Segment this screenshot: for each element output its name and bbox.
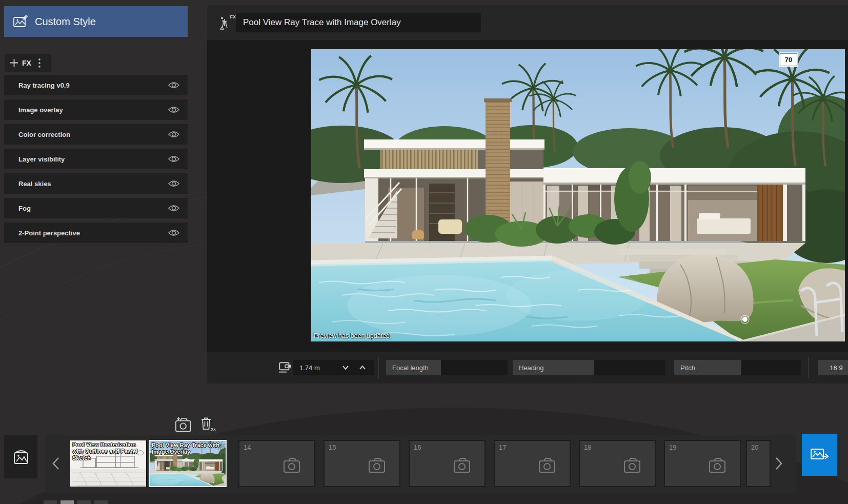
carousel-prev-button[interactable] bbox=[49, 454, 63, 473]
camera-outline-icon bbox=[624, 457, 641, 474]
empty-photo-slot[interactable]: 18 bbox=[579, 440, 656, 487]
preview-quality-badge[interactable]: 70 bbox=[780, 53, 797, 66]
pitch-label: Pitch bbox=[674, 360, 741, 375]
effect-label: Fog bbox=[18, 205, 31, 212]
effect-label: 2-Point perspective bbox=[18, 229, 80, 237]
effect-label: Image overlay bbox=[18, 106, 63, 114]
photo-stack-icon bbox=[12, 448, 30, 466]
divider bbox=[378, 357, 379, 378]
fx-icon-text: FX bbox=[230, 14, 236, 19]
pitch-input[interactable] bbox=[741, 360, 801, 375]
effect-label: Color correction bbox=[18, 131, 70, 138]
image-arrow-icon bbox=[811, 448, 829, 462]
camera-outline-icon bbox=[454, 457, 471, 474]
photo-thumbnail-sketch[interactable]: Pool View Rasterization with Outlines an… bbox=[70, 440, 147, 487]
effect-label: Real skies bbox=[18, 180, 51, 188]
eye-icon[interactable] bbox=[168, 106, 179, 114]
photo-thumbnail-selected[interactable]: Pool View Ray Trace with Image Overlay bbox=[149, 440, 227, 487]
eye-icon[interactable] bbox=[168, 155, 179, 163]
page-dot[interactable] bbox=[77, 500, 91, 504]
image-with-pen-icon bbox=[13, 15, 28, 28]
slot-number: 20 bbox=[751, 443, 758, 451]
camera-outline-icon bbox=[284, 457, 301, 474]
effect-row-2-point-perspective[interactable]: 2-Point perspective bbox=[4, 223, 188, 243]
chevron-right-icon bbox=[775, 457, 783, 470]
chevron-left-icon bbox=[52, 457, 60, 470]
empty-photo-slot[interactable]: 20 bbox=[746, 440, 771, 487]
empty-photo-slot[interactable]: 17 bbox=[494, 440, 571, 487]
effect-label: Ray tracing v0.9 bbox=[18, 82, 70, 89]
camera-outline-icon bbox=[709, 457, 726, 474]
photo-title-bar: FX bbox=[207, 5, 848, 40]
page-dot[interactable] bbox=[44, 500, 57, 504]
slot-number: 14 bbox=[244, 443, 251, 451]
photo-title-input[interactable] bbox=[236, 13, 481, 32]
divider bbox=[808, 357, 809, 378]
eye-icon[interactable] bbox=[168, 81, 179, 89]
camera-height-icon bbox=[278, 360, 292, 375]
camera-outline-icon bbox=[539, 457, 556, 474]
capture-photo-icon[interactable] bbox=[175, 415, 192, 433]
heading-label: Heading bbox=[513, 360, 594, 375]
capture-toolbar: 2× bbox=[171, 413, 217, 435]
strip-pagination bbox=[44, 500, 108, 504]
photo-carousel: Pool View Rasterization with Outlines an… bbox=[45, 435, 796, 493]
page-dot-active[interactable] bbox=[60, 500, 74, 504]
delete-2x-icon[interactable]: 2× bbox=[200, 417, 213, 431]
eye-icon[interactable] bbox=[168, 130, 179, 138]
thumbnail-label: Pool View Rasterization with Outlines an… bbox=[72, 441, 145, 461]
empty-photo-slot[interactable]: 19 bbox=[664, 440, 741, 487]
effect-row-real-skies[interactable]: Real skies bbox=[4, 173, 188, 194]
effect-row-layer-visibility[interactable]: Layer visibility bbox=[4, 149, 188, 169]
add-fx-icon[interactable] bbox=[10, 59, 18, 67]
camera-outline-icon bbox=[369, 457, 386, 474]
effect-row-ray-tracing[interactable]: Ray tracing v0.9 bbox=[4, 75, 188, 95]
custom-style-header[interactable]: Custom Style bbox=[4, 6, 188, 37]
page-dot[interactable] bbox=[94, 500, 108, 504]
empty-photo-slot[interactable]: 15 bbox=[324, 440, 400, 487]
effects-list: Ray tracing v0.9 Image overlay Color cor… bbox=[4, 75, 188, 243]
chevron-up-icon[interactable] bbox=[359, 364, 366, 371]
effect-row-image-overlay[interactable]: Image overlay bbox=[4, 99, 188, 120]
render-image[interactable] bbox=[311, 49, 845, 341]
style-panel-title: Custom Style bbox=[35, 16, 96, 28]
slot-number: 19 bbox=[669, 443, 676, 451]
heading-input[interactable] bbox=[594, 360, 665, 375]
photo-effects-icon: FX bbox=[218, 14, 236, 32]
slot-number: 15 bbox=[329, 443, 336, 451]
focal-length-label: Focal length bbox=[386, 360, 441, 375]
chevron-down-icon[interactable] bbox=[342, 364, 349, 371]
render-photo-button[interactable] bbox=[802, 434, 837, 476]
render-viewport[interactable]: 70 Preview has been updated. bbox=[207, 40, 848, 352]
empty-photo-slot[interactable]: 16 bbox=[409, 440, 486, 487]
thumbnail-label: Pool View Ray Trace with Image Overlay bbox=[152, 442, 224, 455]
carousel-next-button[interactable] bbox=[772, 454, 785, 473]
preview-status-message: Preview has been updated. bbox=[314, 332, 392, 339]
slot-number: 18 bbox=[584, 443, 591, 451]
focal-length-input[interactable] bbox=[441, 360, 508, 375]
camera-height-value: 1.74 m bbox=[299, 364, 320, 372]
eye-icon[interactable] bbox=[168, 204, 179, 212]
delete-2x-badge: 2× bbox=[211, 427, 216, 432]
camera-height-field[interactable]: 1.74 m bbox=[293, 360, 374, 375]
aspect-ratio-badge[interactable]: 16:9 bbox=[818, 360, 848, 375]
fx-toolbar-label[interactable]: FX bbox=[22, 59, 31, 67]
fx-toolbar: FX bbox=[5, 54, 51, 72]
camera-bar: 1.74 m Focal length Heading Pitch 16:9 bbox=[207, 352, 848, 384]
empty-photo-slot[interactable]: 14 bbox=[238, 440, 315, 487]
effect-row-fog[interactable]: Fog bbox=[4, 198, 188, 218]
kebab-menu-icon[interactable] bbox=[38, 58, 41, 68]
effect-row-color-correction[interactable]: Color correction bbox=[4, 124, 188, 145]
eye-icon[interactable] bbox=[168, 229, 179, 237]
effect-label: Layer visibility bbox=[18, 155, 65, 163]
application-window: Custom Style FX Ray tracing v0.9 Image o… bbox=[0, 0, 848, 504]
photo-library-button[interactable] bbox=[4, 435, 37, 478]
main-panel: FX 70 Preview has been updated. 1.74 m bbox=[207, 5, 848, 384]
eye-icon[interactable] bbox=[168, 179, 179, 188]
slot-number: 16 bbox=[414, 443, 421, 451]
slot-number: 17 bbox=[499, 443, 506, 451]
